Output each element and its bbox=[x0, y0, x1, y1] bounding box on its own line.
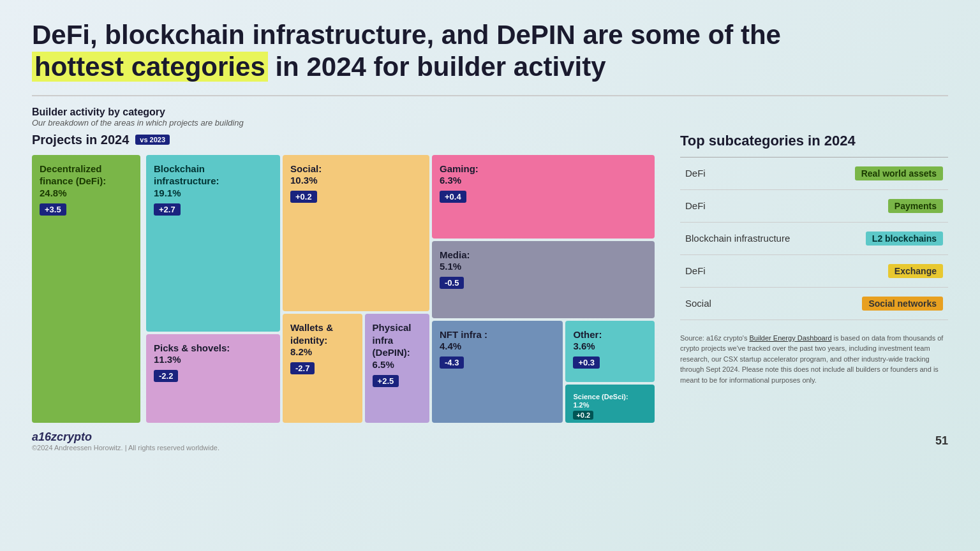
subcat-tag-4: Exchange bbox=[888, 264, 943, 278]
source-text: Source: a16z crypto's Builder Energy Das… bbox=[680, 333, 948, 386]
blockchain-pct: 19.1% bbox=[154, 187, 272, 198]
gaming-pct: 6.3% bbox=[440, 175, 647, 186]
physical-title: Physical infra (DePIN): bbox=[373, 321, 422, 359]
subcat-category-3: Blockchain infrastructure bbox=[680, 222, 808, 254]
main-title: DeFi, blockchain infrastructure, and DeP… bbox=[32, 19, 948, 84]
title-divider bbox=[32, 95, 948, 96]
title-line1: DeFi, blockchain infrastructure, and DeP… bbox=[32, 20, 781, 50]
wallets-pct: 8.2% bbox=[290, 346, 355, 357]
physical-tile: Physical infra (DePIN): 6.5% +2.5 bbox=[365, 314, 429, 422]
media-title: Media: bbox=[440, 249, 647, 261]
section-header: Builder activity by category Our breakdo… bbox=[32, 107, 948, 128]
subcat-category-5: Social bbox=[680, 287, 808, 320]
treemap: Decentralized finance (DeFi): 24.8% +3.5… bbox=[32, 155, 655, 423]
picks-tile: Picks & shovels: 11.3% -2.2 bbox=[146, 334, 280, 423]
subcat-tag-5: Social networks bbox=[862, 297, 943, 311]
subcat-tag-3: L2 blockchains bbox=[866, 231, 943, 246]
picks-change: -2.2 bbox=[154, 370, 178, 382]
subcat-tag-1: Real world assets bbox=[855, 166, 943, 180]
defi-change: +3.5 bbox=[40, 203, 66, 216]
wallets-physical-row: Wallets & identity: 8.2% -2.7 Physical i… bbox=[283, 314, 429, 422]
section-subtitle: Our breakdown of the areas in which proj… bbox=[32, 118, 948, 128]
subcat-category-1: DeFi bbox=[680, 158, 808, 190]
nft-title: NFT infra : bbox=[440, 328, 555, 341]
source-link[interactable]: Builder Energy Dashboard bbox=[750, 334, 832, 342]
subcat-row-2: DeFi Payments bbox=[680, 189, 948, 222]
subcat-row-3: Blockchain infrastructure L2 blockchains bbox=[680, 222, 948, 254]
picks-pct: 11.3% bbox=[154, 354, 272, 365]
blockchain-title: Blockchain infrastructure: bbox=[154, 163, 272, 187]
col3-inner: Social: 10.3% +0.2 Wallets & identity: 8… bbox=[283, 155, 429, 423]
left-panel: Projects in 2024 vs 2023 Decentralized f… bbox=[32, 133, 655, 423]
projects-label-text: Projects in 2024 bbox=[32, 133, 129, 147]
footer-logo: a16zcrypto bbox=[32, 430, 219, 444]
subcat-tag-2: Payments bbox=[888, 199, 943, 213]
col2: Blockchain infrastructure: 19.1% +2.7 Pi… bbox=[146, 155, 280, 423]
social-title: Social: bbox=[290, 163, 422, 175]
subcat-row-4: DeFi Exchange bbox=[680, 254, 948, 287]
media-pct: 5.1% bbox=[440, 261, 647, 272]
social-tile: Social: 10.3% +0.2 bbox=[283, 155, 429, 312]
other-title: Other: bbox=[573, 328, 647, 341]
gaming-title: Gaming: bbox=[440, 163, 647, 175]
nft-other-science-row: NFT infra : 4.4% -4.3 Other: 3.6% +0.3 bbox=[432, 321, 655, 423]
footer: a16zcrypto ©2024 Andreessen Horowitz. | … bbox=[32, 430, 948, 452]
page: DeFi, blockchain infrastructure, and DeP… bbox=[0, 0, 980, 551]
subcat-category-4: DeFi bbox=[680, 254, 808, 287]
right-panel: Top subcategories in 2024 DeFi Real worl… bbox=[680, 133, 948, 423]
science-change: +0.2 bbox=[573, 411, 593, 420]
nft-change: -4.3 bbox=[440, 356, 464, 369]
page-number: 51 bbox=[935, 434, 948, 448]
nft-pct: 4.4% bbox=[440, 341, 555, 351]
gaming-tile: Gaming: 6.3% +0.4 bbox=[432, 155, 655, 239]
science-title: Science (DeSci): bbox=[573, 392, 647, 401]
title-section: DeFi, blockchain infrastructure, and DeP… bbox=[32, 19, 948, 84]
source-prefix: Source: a16z crypto's bbox=[680, 334, 750, 342]
projects-label: Projects in 2024 vs 2023 bbox=[32, 133, 655, 147]
subcat-row-1: DeFi Real world assets bbox=[680, 158, 948, 190]
physical-change: +2.5 bbox=[373, 375, 399, 387]
media-change: -0.5 bbox=[440, 277, 464, 289]
nft-tile: NFT infra : 4.4% -4.3 bbox=[432, 321, 563, 423]
subcategories-table: DeFi Real world assets DeFi Payments Blo… bbox=[680, 158, 948, 320]
subcat-row-5: Social Social networks bbox=[680, 287, 948, 320]
footer-copyright: ©2024 Andreessen Horowitz. | All rights … bbox=[32, 444, 219, 452]
gaming-change: +0.4 bbox=[440, 191, 466, 203]
social-pct: 10.3% bbox=[290, 175, 422, 186]
defi-pct: 24.8% bbox=[40, 187, 133, 198]
other-pct: 3.6% bbox=[573, 341, 647, 351]
subcategories-title: Top subcategories in 2024 bbox=[680, 133, 948, 149]
section-title: Builder activity by category bbox=[32, 107, 948, 118]
col3: Social: 10.3% +0.2 Wallets & identity: 8… bbox=[283, 155, 429, 423]
title-line2-rest: in 2024 for builder activity bbox=[268, 52, 606, 82]
media-tile: Media: 5.1% -0.5 bbox=[432, 241, 655, 318]
title-highlight: hottest categories bbox=[32, 52, 268, 82]
subcat-category-2: DeFi bbox=[680, 189, 808, 222]
blockchain-tile: Blockchain infrastructure: 19.1% +2.7 bbox=[146, 155, 280, 332]
defi-title: Decentralized finance (DeFi): bbox=[40, 163, 133, 187]
col2-inner: Blockchain infrastructure: 19.1% +2.7 Pi… bbox=[146, 155, 280, 423]
wallets-title: Wallets & identity: bbox=[290, 321, 355, 346]
defi-tile: Decentralized finance (DeFi): 24.8% +3.5 bbox=[32, 155, 140, 423]
other-science-col: Other: 3.6% +0.3 Science (DeSci): 1.2% +… bbox=[565, 321, 655, 423]
content-area: Projects in 2024 vs 2023 Decentralized f… bbox=[32, 133, 948, 423]
science-tile: Science (DeSci): 1.2% +0.2 bbox=[565, 385, 655, 423]
other-tile: Other: 3.6% +0.3 bbox=[565, 321, 655, 382]
science-pct: 1.2% bbox=[573, 401, 647, 409]
wallets-tile: Wallets & identity: 8.2% -2.7 bbox=[283, 314, 362, 422]
wallets-change: -2.7 bbox=[290, 362, 315, 374]
social-change: +0.2 bbox=[290, 191, 317, 203]
vs-badge: vs 2023 bbox=[135, 135, 170, 145]
col45: Gaming: 6.3% +0.4 Media: 5.1% -0.5 NFT i… bbox=[432, 155, 655, 423]
col1: Decentralized finance (DeFi): 24.8% +3.5 bbox=[32, 155, 144, 423]
footer-left: a16zcrypto ©2024 Andreessen Horowitz. | … bbox=[32, 430, 219, 452]
picks-title: Picks & shovels: bbox=[154, 342, 272, 355]
blockchain-change: +2.7 bbox=[154, 203, 181, 216]
physical-pct: 6.5% bbox=[373, 359, 422, 370]
other-change: +0.3 bbox=[573, 356, 600, 369]
